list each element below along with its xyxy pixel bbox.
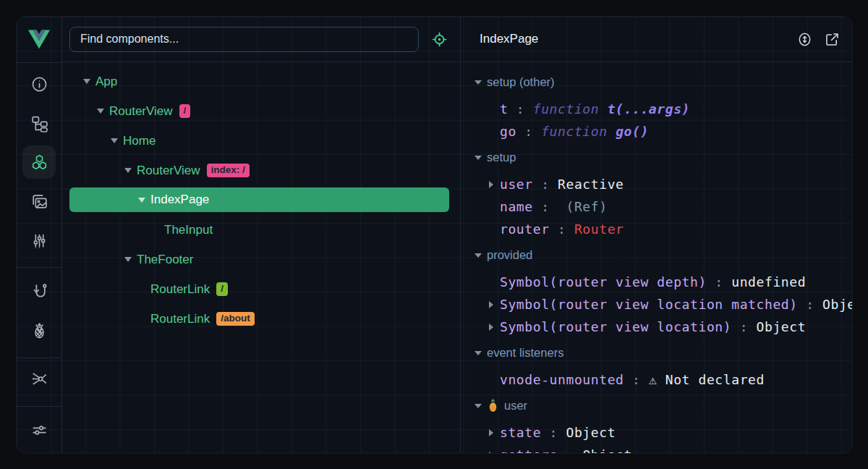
tree-node-label: RouterView: [109, 104, 173, 119]
caret-right-icon[interactable]: [489, 452, 493, 455]
state-section-event-listeners[interactable]: event listeners: [461, 342, 852, 364]
vue-logo-icon: [28, 30, 50, 49]
state-key: router: [500, 221, 550, 237]
state-colon: :: [731, 319, 756, 334]
caret-down-icon[interactable]: [475, 404, 482, 408]
sidebar-item-components[interactable]: [22, 145, 56, 179]
caret-right-icon[interactable]: [489, 301, 493, 308]
component-picker-button[interactable]: [427, 28, 451, 51]
caret-down-icon[interactable]: [124, 257, 132, 262]
inspector-actions: [794, 29, 842, 49]
state-item-user[interactable]: user : Reactive: [461, 173, 852, 195]
tree-node-routerlink[interactable]: RouterLink/: [69, 274, 449, 304]
state-section-label: provided: [487, 248, 532, 262]
caret-down-icon[interactable]: [475, 351, 482, 355]
inspector-title: IndexPage: [480, 32, 538, 46]
state-section-user[interactable]: user: [461, 394, 852, 417]
unfold-circle-icon: [797, 32, 812, 47]
state-section-provided[interactable]: provided: [461, 244, 852, 266]
sidebar-item-pages[interactable]: [22, 106, 56, 140]
state-item-symbol-router-view-location[interactable]: Symbol(router view location) : Object: [461, 316, 852, 338]
state-colon: :: [550, 221, 574, 237]
state-item-go: go : function go(): [461, 120, 852, 143]
state-item-vnode-unmounted: vnode-unmounted : ⚠ Not declared: [461, 368, 852, 391]
inspector-pane: IndexPage: [461, 17, 852, 453]
tree-node-label: IndexPage: [150, 193, 209, 207]
caret-right-icon[interactable]: [489, 324, 493, 331]
tree-node-routerlink[interactable]: RouterLink/about: [69, 304, 449, 334]
state-value: function: [541, 124, 616, 139]
state-item-name: name : (Ref): [461, 195, 852, 218]
state-item-state[interactable]: state : Object: [461, 421, 852, 444]
org-tree-icon: [30, 114, 48, 132]
sidebar-item-settings[interactable]: [22, 413, 56, 447]
route-badge: /: [216, 282, 228, 296]
caret-down-icon[interactable]: [475, 80, 482, 85]
state-section-label: setup (other): [487, 75, 555, 89]
tree-node-app[interactable]: App: [69, 67, 449, 96]
expand-collapse-button[interactable]: [794, 29, 814, 49]
sidebar-item-graph[interactable]: [22, 362, 56, 395]
state-value: Not declared: [665, 372, 765, 387]
tree-node-routerview[interactable]: RouterView/: [69, 96, 449, 126]
tree-node-theinput[interactable]: TheInput: [69, 215, 449, 245]
state-section-label: event listeners: [487, 346, 563, 360]
route-badge: /about: [216, 312, 255, 326]
state-value: go(): [616, 124, 649, 139]
state-value: ⚠: [649, 372, 665, 387]
state-value: (Ref): [558, 199, 608, 214]
caret-down-icon[interactable]: [475, 156, 482, 160]
caret-down-icon[interactable]: [83, 79, 90, 84]
state-key: vnode-unmounted: [500, 372, 624, 387]
state-section-setup-other[interactable]: setup (other): [461, 71, 852, 93]
open-in-editor-button[interactable]: [822, 29, 842, 49]
caret-down-icon[interactable]: [475, 253, 482, 258]
tree-node-thefooter[interactable]: TheFooter: [69, 245, 449, 274]
state-section-setup[interactable]: setup: [461, 146, 852, 169]
route-badge: /: [179, 104, 191, 118]
tree-node-label: RouterView: [137, 164, 200, 178]
tree-node-routerview[interactable]: RouterViewindex: /: [69, 156, 449, 185]
tree-node-indexpage[interactable]: IndexPage: [69, 187, 449, 212]
state-value: t(...args): [608, 101, 690, 117]
state-colon: :: [541, 425, 566, 440]
devtools-panel: AppRouterView/HomeRouterViewindex: /Inde…: [16, 16, 853, 454]
caret-right-icon[interactable]: [489, 429, 493, 436]
state-colon: :: [624, 372, 649, 387]
sidebar-item-timeline[interactable]: [22, 224, 56, 257]
images-icon: [30, 193, 48, 211]
state-key: go: [500, 124, 516, 139]
state-key: Symbol(router view depth): [500, 274, 707, 290]
hexagons-icon: [30, 153, 48, 172]
state-item-symbol-router-view-location-matched[interactable]: Symbol(router view location matched) : O…: [461, 293, 852, 316]
state-value: Object: [757, 319, 807, 334]
network-icon: [30, 370, 48, 388]
caret-down-icon[interactable]: [97, 109, 104, 114]
component-tree: AppRouterView/HomeRouterViewindex: /Inde…: [62, 62, 460, 334]
vue-devtools-window: AppRouterView/HomeRouterViewindex: /Inde…: [0, 0, 868, 469]
search-input[interactable]: [69, 27, 419, 52]
caret-down-icon[interactable]: [138, 198, 145, 203]
external-link-icon: [825, 32, 840, 47]
state-item-symbol-router-view-depth: Symbol(router view depth) : undefined: [461, 271, 852, 293]
tree-node-label: App: [95, 75, 117, 89]
vue-logo: [17, 17, 61, 63]
sidebar-group-main: [17, 63, 61, 257]
state-colon: :: [516, 124, 541, 139]
state-value: Reactive: [558, 177, 624, 192]
state-colon: :: [508, 101, 532, 117]
state-section-label: user: [504, 399, 527, 413]
sidebar-item-assets[interactable]: [22, 185, 56, 218]
state-value: Router: [574, 221, 624, 237]
state-item-getters[interactable]: getters : Object: [461, 444, 852, 454]
tree-node-home[interactable]: Home: [69, 126, 449, 156]
sidebar-item-pinia[interactable]: [22, 313, 56, 347]
state-value: function: [533, 101, 608, 117]
caret-down-icon[interactable]: [111, 138, 118, 143]
caret-right-icon[interactable]: [489, 181, 493, 188]
caret-down-icon[interactable]: [124, 168, 132, 173]
sidebar-item-overview[interactable]: [22, 67, 56, 101]
state-value: undefined: [731, 274, 806, 290]
sidebar-item-router[interactable]: [22, 274, 56, 308]
state-key: Symbol(router view location): [500, 319, 731, 334]
